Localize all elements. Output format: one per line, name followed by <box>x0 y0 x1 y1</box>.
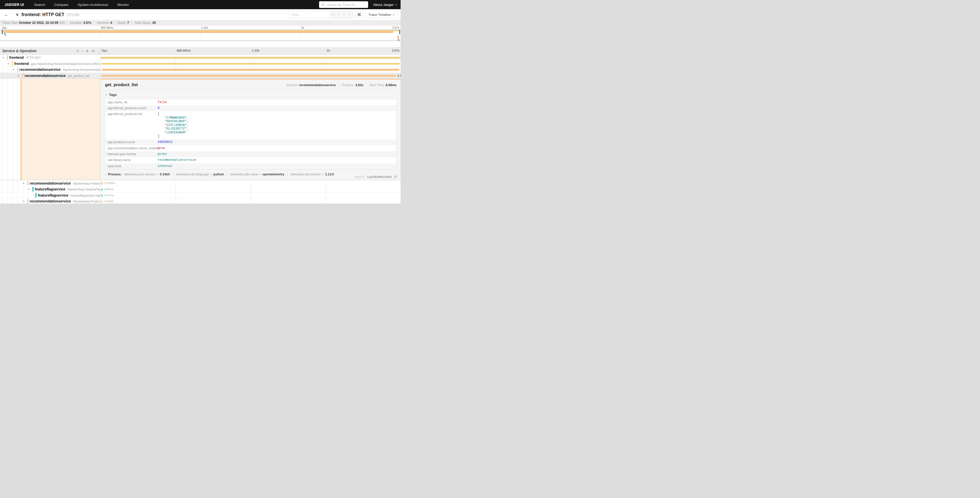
span-bar[interactable] <box>102 63 400 65</box>
service-name: featureflagservice <box>38 193 68 197</box>
divider <box>132 21 132 24</box>
trace-collapse-toggle-icon[interactable]: ∨ <box>16 12 19 17</box>
operation-name: /hipstershop.FeatureFlagService... <box>73 182 100 185</box>
back-button[interactable]: ← <box>4 12 9 18</box>
span-name-cell[interactable]: ∨ recommendationservice /hipstershop.Pro… <box>0 198 101 203</box>
nav-item-search[interactable]: Search <box>34 3 45 6</box>
chevron-down-icon[interactable]: ∨ <box>13 68 14 71</box>
minimap-tick: 0μs <box>2 26 6 29</box>
minimap-right-scrubber[interactable] <box>399 30 400 34</box>
app-logo[interactable]: JAEGER UI <box>5 3 24 6</box>
find-input[interactable] <box>289 11 329 18</box>
service-color-bar <box>22 73 23 78</box>
nav-item-monitor[interactable]: Monitor <box>118 3 129 6</box>
span-bar-cell[interactable]: 3.68ms <box>101 186 401 192</box>
span-label: recommendationservice get_product_list <box>0 73 100 78</box>
span-bar-cell[interactable] <box>101 61 401 67</box>
nav-item-system-architecture[interactable]: System Architecture <box>78 3 108 6</box>
span-row-get-product-list[interactable]: ∨ recommendationservice get_product_list… <box>0 73 401 79</box>
minimap-span-bar <box>3 31 393 33</box>
timeline-ticks-header: 0μs 666.89ms 1.33s 2s 2.67s <box>101 47 401 54</box>
process-section-toggle[interactable]: › Process: telemetry.auto.version=0.34b0… <box>105 172 396 176</box>
span-bar[interactable] <box>102 182 103 185</box>
span-row-featureflagservice[interactable]: ∨ featureflagservice /hipstershop.Featur… <box>0 186 401 193</box>
span-bar[interactable] <box>102 200 102 203</box>
collapse-all-icon[interactable]: ∨ <box>76 49 79 53</box>
span-label: recommendationservice /hipstershop.Produ… <box>0 199 100 203</box>
span-row-frontend-http-get[interactable]: ∨ frontend HTTP GET <box>0 55 401 61</box>
expand-one-icon[interactable]: ≫ <box>91 49 95 53</box>
span-row-productcatalog-parent[interactable]: ∨ recommendationservice /hipstershop.Pro… <box>0 198 401 203</box>
span-name-cell[interactable]: ∨ recommendationservice /hipstershop.Rec… <box>0 67 101 73</box>
span-row-featureflag-parent[interactable]: ∨ recommendationservice /hipstershop.Fea… <box>0 180 401 186</box>
about-jaeger-menu[interactable]: About Jaeger ∨ <box>373 3 397 6</box>
column-resizer-handle[interactable]: ∥ <box>99 51 100 54</box>
process-tag-value: 0.34b0 <box>160 172 170 176</box>
span-row-frontend-grpc[interactable]: ∨ frontend grpc.hipstershop.Recommendati… <box>0 61 401 67</box>
tags-section-toggle[interactable]: ∨ Tags <box>105 93 396 97</box>
span-bar-cell[interactable]: 14.49ms <box>101 180 401 186</box>
minimap-tick: 1.33s <box>201 26 208 29</box>
span-bar[interactable] <box>102 75 396 77</box>
copy-link-button[interactable] <box>394 175 397 179</box>
nav-item-compare[interactable]: Compare <box>54 3 68 6</box>
span-name-cell[interactable]: ∨ recommendationservice get_product_list <box>0 73 101 79</box>
span-name-cell[interactable]: ∨ recommendationservice /hipstershop.Fea… <box>0 180 101 186</box>
prev-result-icon[interactable]: ∧ <box>338 13 340 16</box>
span-name-cell[interactable]: featureflagservice featureflagservice.re… <box>0 193 101 198</box>
find-box: ◎ ∧ ∨ × <box>289 11 353 18</box>
chevron-down-icon[interactable]: ∨ <box>28 188 30 190</box>
chevron-down-icon[interactable]: ∨ <box>2 56 4 59</box>
span-bar[interactable] <box>101 57 401 59</box>
service-operation-header: Service & Operation ∨ › ⇊ ≫ ∥ <box>0 47 101 54</box>
trace-view-selector[interactable]: Trace Timeline ∨ <box>365 11 398 18</box>
indent-guide <box>2 79 3 180</box>
span-bar-cell[interactable]: 1.04ms <box>101 198 401 203</box>
span-name-cell[interactable]: ∨ featureflagservice /hipstershop.Featur… <box>0 186 101 192</box>
process-tag: telemetry.sdk.name=opentelemetry <box>227 172 287 176</box>
indent-guide <box>13 198 13 203</box>
span-row-featureflag-repo-query[interactable]: featureflagservice featureflagservice.re… <box>0 193 401 199</box>
timeline-tick: 1.33s <box>251 49 259 53</box>
span-name-cell[interactable]: ∨ frontend grpc.hipstershop.Recommendati… <box>0 61 101 67</box>
tag-row: app.filtered_products.list [ 1YMWWN1N4O,… <box>105 111 396 139</box>
minimap-tick: 2.67s <box>392 26 399 29</box>
product-id: LS4PSXUNUM <box>164 131 186 134</box>
chevron-down-icon[interactable]: ∨ <box>23 182 24 184</box>
span-bar[interactable] <box>102 188 102 191</box>
minimap-left-scrubber[interactable] <box>2 30 3 34</box>
span-bar-cell[interactable]: 2.62s <box>101 73 401 79</box>
span-bar-cell[interactable] <box>101 67 401 73</box>
keyboard-shortcuts-button[interactable]: ⌘ <box>355 11 363 18</box>
clear-find-icon[interactable]: × <box>348 13 350 16</box>
collapse-one-icon[interactable]: › <box>82 49 83 53</box>
expand-all-icon[interactable]: ⇊ <box>86 49 88 53</box>
tag-row: app.recommendation.cache_enabled true <box>105 145 396 151</box>
span-label: featureflagservice featureflagservice.re… <box>0 193 100 197</box>
minimap-ticks: 0μs 666.89ms 1.33s 2s 2.67s <box>0 26 401 30</box>
trace-id-lookup-input[interactable] <box>326 3 366 6</box>
chevron-down-icon[interactable]: ∨ <box>18 74 19 77</box>
service-color-bar <box>27 181 29 185</box>
span-bar[interactable] <box>102 194 102 197</box>
chevron-down-icon[interactable]: ∨ <box>7 62 9 65</box>
chevron-down-icon[interactable]: ∨ <box>23 200 24 203</box>
span-name-cell[interactable]: ∨ frontend HTTP GET <box>0 55 101 61</box>
expand-collapse-controls: ∨ › ⇊ ≫ <box>76 49 95 53</box>
minimap-canvas[interactable] <box>0 30 401 41</box>
span-bar[interactable] <box>102 69 399 71</box>
operation-name: grpc.hipstershop.RecommendationService/L… <box>31 62 100 66</box>
tag-value: 8 <box>158 106 159 110</box>
about-jaeger-label: About Jaeger <box>373 3 394 6</box>
span-row-recommendation-list[interactable]: ∨ recommendationservice /hipstershop.Rec… <box>0 67 401 73</box>
json-close-bracket: ] <box>158 134 189 138</box>
span-bar-cell[interactable]: 3.47ms <box>101 193 401 198</box>
span-bar-cell[interactable] <box>101 55 401 61</box>
focus-match-icon[interactable]: ◎ <box>332 13 335 17</box>
process-tag-key: telemetry.sdk.version <box>291 172 321 176</box>
span-detail-name-column <box>0 79 101 180</box>
tag-key: app.recommendation.cache_enabled <box>108 147 158 150</box>
product-id: 66VCHSJNUP <box>164 120 186 123</box>
trace-id-lookup[interactable] <box>319 1 368 8</box>
next-result-icon[interactable]: ∨ <box>343 13 345 16</box>
